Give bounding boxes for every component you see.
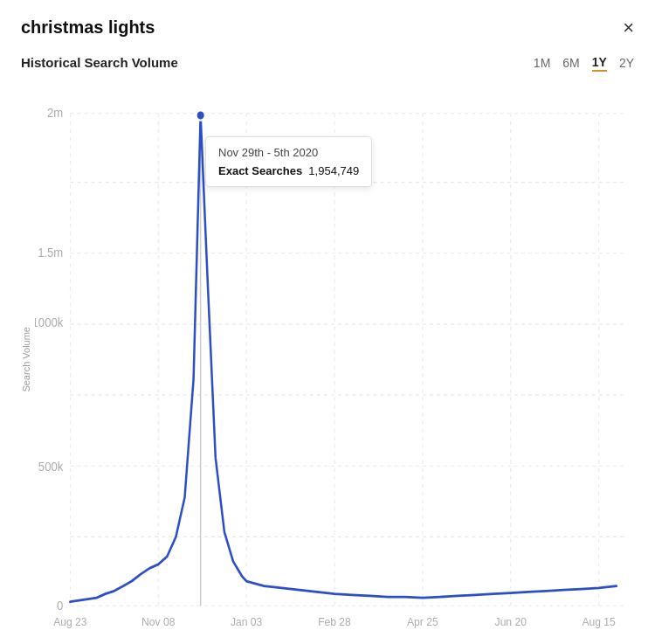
modal-header: christmas lights × — [21, 17, 634, 38]
chart-svg: 2m 1.5m 1000k 500k 0 Aug 23 Nov 08 Jan — [35, 84, 634, 635]
svg-text:Apr 25: Apr 25 — [407, 614, 438, 628]
svg-text:Aug 15: Aug 15 — [582, 614, 615, 628]
svg-text:Jan 03: Jan 03 — [231, 614, 262, 628]
svg-text:500k: 500k — [38, 459, 63, 474]
chart-inner: 2m 1.5m 1000k 500k 0 Aug 23 Nov 08 Jan — [35, 84, 634, 635]
time-btn-2y[interactable]: 2Y — [619, 54, 634, 72]
time-btn-1m[interactable]: 1M — [534, 54, 550, 72]
svg-text:Jun 20: Jun 20 — [495, 614, 527, 628]
svg-text:Nov 08: Nov 08 — [141, 614, 175, 628]
svg-text:2m: 2m — [47, 106, 63, 121]
chart-container: Search Volume — [21, 84, 634, 635]
modal-title: christmas lights — [21, 17, 155, 38]
svg-text:1000k: 1000k — [35, 315, 63, 330]
chart-area: 2m 1.5m 1000k 500k 0 Aug 23 Nov 08 Jan — [35, 84, 634, 635]
svg-text:Feb 28: Feb 28 — [318, 614, 351, 628]
controls-row: Historical Search Volume 1M 6M 1Y 2Y — [21, 53, 634, 72]
time-btn-1y[interactable]: 1Y — [592, 53, 607, 72]
y-axis-label: Search Volume — [21, 327, 31, 392]
close-button[interactable]: × — [623, 18, 634, 38]
svg-text:0: 0 — [57, 598, 64, 613]
modal-container: christmas lights × Historical Search Vol… — [0, 0, 655, 644]
section-label: Historical Search Volume — [21, 55, 178, 70]
svg-point-21 — [196, 110, 205, 120]
time-btn-6m[interactable]: 6M — [562, 54, 579, 72]
svg-text:Aug 23: Aug 23 — [53, 614, 86, 628]
time-buttons-group: 1M 6M 1Y 2Y — [534, 53, 634, 72]
svg-text:1.5m: 1.5m — [38, 246, 63, 260]
